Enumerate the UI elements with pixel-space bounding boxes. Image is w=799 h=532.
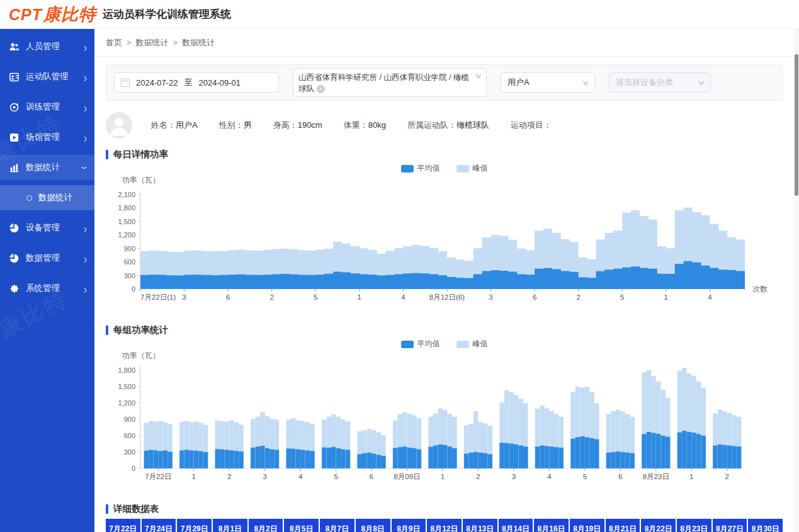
svg-text:1: 1 — [441, 473, 445, 480]
table-header-cell: 8月21日周三 — [606, 519, 640, 532]
main-content: 首页>数据统计>数据统计 2024-07-22 至 2024-09-01 山西省… — [94, 29, 794, 532]
team-select-tag: 山西省体育科学研究所 / 山西体育职业学院 / 橄榄球队× — [298, 72, 476, 94]
page-scrollbar-track[interactable] — [794, 29, 799, 532]
svg-text:次数: 次数 — [752, 285, 768, 293]
svg-text:6: 6 — [533, 293, 536, 301]
table-header-cell: 8月23日周五 — [677, 519, 711, 532]
svg-text:1,800: 1,800 — [118, 204, 135, 212]
profile-field: 性别：男 — [219, 120, 252, 131]
svg-text:2: 2 — [725, 473, 729, 480]
svg-text:4: 4 — [298, 473, 303, 480]
table-header-cell: 8月1日周四 — [213, 519, 247, 532]
user-select[interactable]: 用户A ∨ — [501, 72, 595, 93]
stats-icon — [9, 162, 20, 173]
sidebar-item-system[interactable]: 系统管理› — [0, 276, 94, 301]
tag-close-icon[interactable]: × — [317, 85, 325, 93]
table-header-cell: 8月27日周二 — [713, 519, 747, 532]
sidebar-item-data[interactable]: 数据管理› — [0, 246, 94, 271]
sidebar-subitem-statistics[interactable]: 数据统计 — [0, 185, 94, 210]
table-header-cell: 8月5日周一 — [284, 519, 319, 532]
breadcrumb-item[interactable]: 首页 — [106, 37, 122, 48]
chevron-down-icon: › — [78, 166, 93, 169]
chart2-legend: 平均值 峰值 — [106, 339, 783, 349]
svg-text:1,200: 1,200 — [118, 399, 135, 407]
sidebar-item-venues[interactable]: 场馆管理› — [0, 125, 94, 150]
svg-text:1: 1 — [192, 473, 196, 480]
section-title-data-table: 详细数据表 — [106, 503, 783, 515]
table-header-cell: 8月13日周二 — [463, 519, 497, 532]
svg-text:6: 6 — [370, 473, 373, 480]
peak-swatch — [456, 165, 469, 173]
table-header-cell: 8月7日周三 — [320, 519, 354, 532]
table-header-cell: 8月8日周四 — [356, 519, 390, 532]
sidebar-item-devices[interactable]: 设备管理› — [0, 215, 94, 241]
legend-item-peak[interactable]: 峰值 — [456, 339, 488, 349]
chevron-down-icon: ∨ — [698, 79, 706, 87]
svg-text:2,100: 2,100 — [118, 191, 135, 198]
y-axis-unit: 功率（瓦） — [122, 175, 783, 186]
team-select[interactable]: 山西省体育科学研究所 / 山西体育职业学院 / 橄榄球队× ∨ — [293, 68, 487, 97]
svg-text:600: 600 — [124, 432, 135, 439]
svg-text:8月09日: 8月09日 — [394, 473, 420, 480]
svg-text:2: 2 — [476, 473, 480, 480]
sidebar-item-teams[interactable]: 运动队管理› — [0, 64, 94, 89]
breadcrumb-item[interactable]: 数据统计 — [136, 37, 169, 48]
breadcrumb-separator: > — [127, 38, 132, 47]
user-select-value: 用户A — [507, 77, 530, 88]
avg-swatch — [401, 341, 414, 348]
svg-text:300: 300 — [124, 448, 135, 456]
device-category-select[interactable]: 请选择设备分类 ∨ — [609, 72, 711, 93]
breadcrumb-separator: > — [173, 38, 178, 47]
date-range-picker[interactable]: 2024-07-22 至 2024-09-01 — [114, 72, 279, 93]
group-power-chart[interactable]: 功率（瓦） 03006009001,2001,5001,8007月22日1234… — [106, 351, 783, 493]
training-icon — [9, 102, 20, 113]
sidebar-item-personnel[interactable]: 人员管理› — [0, 34, 94, 59]
top-header: CPT康比特 运动员科学化训练管理系统 — [0, 0, 799, 29]
svg-text:600: 600 — [124, 258, 135, 266]
legend-item-avg[interactable]: 平均值 — [401, 163, 440, 174]
submenu-bullet-icon — [26, 195, 32, 201]
filter-bar: 2024-07-22 至 2024-09-01 山西省体育科学研究所 / 山西体… — [106, 64, 783, 101]
sidebar-item-training[interactable]: 训练管理› — [0, 94, 94, 120]
svg-text:6: 6 — [618, 473, 622, 480]
date-start-value[interactable]: 2024-07-22 — [136, 78, 178, 88]
breadcrumb-item: 数据统计 — [182, 37, 215, 48]
svg-text:3: 3 — [512, 473, 516, 480]
calendar-icon — [121, 79, 130, 87]
svg-text:4: 4 — [708, 293, 712, 301]
chevron-right-icon: › — [84, 281, 87, 296]
daily-power-chart[interactable]: 功率（瓦） 03006009001,2001,5001,8002,1007月22… — [106, 175, 783, 314]
legend-item-avg[interactable]: 平均值 — [401, 339, 440, 349]
device-select-placeholder: 请选择设备分类 — [616, 77, 673, 88]
logo-en: CPT — [9, 6, 42, 23]
legend-item-peak[interactable]: 峰值 — [456, 163, 488, 174]
svg-text:5: 5 — [334, 473, 337, 480]
sidebar-nav: 康比特 康比特 人员管理›运动队管理›训练管理›场馆管理›数据统计›数据统计设备… — [0, 29, 94, 532]
title-marker — [106, 325, 108, 335]
avg-swatch — [401, 165, 414, 173]
chevron-right-icon: › — [84, 220, 87, 235]
svg-text:1: 1 — [358, 293, 361, 301]
section-title-daily-power: 每日详情功率 — [106, 149, 783, 161]
svg-text:8月23日: 8月23日 — [643, 473, 669, 480]
svg-text:8月12日(6): 8月12日(6) — [429, 293, 465, 301]
svg-text:3: 3 — [489, 293, 492, 301]
svg-text:1,200: 1,200 — [118, 231, 135, 239]
svg-text:6: 6 — [226, 293, 230, 301]
y-axis-unit: 功率（瓦） — [122, 351, 783, 361]
profile-field: 运动项目： — [511, 120, 552, 131]
date-end-value[interactable]: 2024-09-01 — [199, 78, 241, 88]
svg-text:4: 4 — [401, 293, 405, 301]
svg-text:4: 4 — [547, 473, 552, 480]
sidebar-item-statistics[interactable]: 数据统计› — [0, 155, 94, 180]
avatar — [106, 112, 132, 139]
chevron-down-icon: ∨ — [475, 72, 483, 80]
app-title: 运动员科学化训练管理系统 — [103, 7, 231, 21]
svg-text:1: 1 — [689, 473, 693, 480]
svg-text:1,800: 1,800 — [118, 366, 135, 374]
chevron-right-icon: › — [84, 39, 87, 54]
table-header-cell: 8月30日周五 — [748, 519, 783, 532]
chevron-right-icon: › — [84, 130, 87, 145]
table-header-cell: 8月14日周三 — [499, 519, 533, 532]
page-scrollbar-thumb[interactable] — [795, 54, 798, 196]
